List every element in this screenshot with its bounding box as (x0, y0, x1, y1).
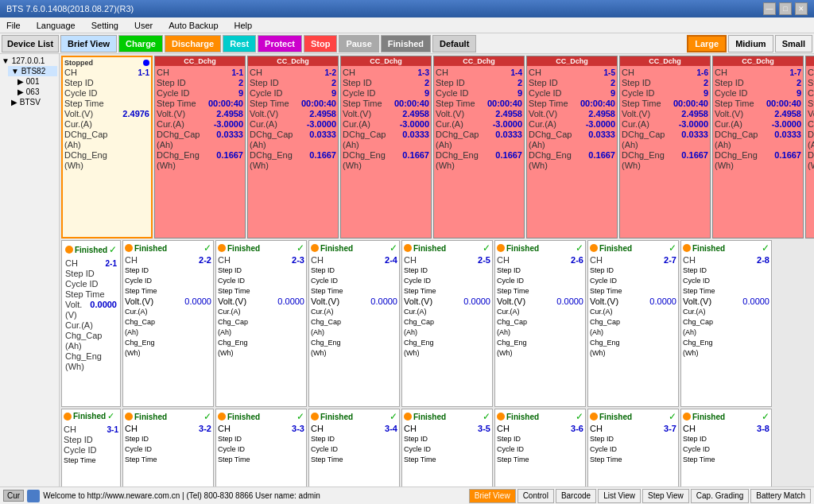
barcode-status-btn[interactable]: Barcode (556, 489, 596, 503)
list-view-status-btn[interactable]: List View (598, 489, 641, 503)
channel-card-2-5[interactable]: Finished ✓ CH 2-5 Step ID Cycle ID Step … (401, 240, 493, 407)
channel-card-1-5[interactable]: CC_Dchg CH1-4 Step ID2 Cycle ID9 Step Ti… (433, 56, 525, 238)
channel-row-3: Finished ✓ CH3-1 Step ID Cycle ID Step T… (61, 409, 812, 487)
channel-card-row3-3-4[interactable]: Finished ✓ CH 3-4 Step ID Cycle ID Step … (308, 409, 400, 487)
menu-help[interactable]: Help (231, 19, 256, 32)
minimize-button[interactable]: — (763, 2, 776, 15)
channel-card-row3-3-8[interactable]: Finished ✓ CH 3-8 Step ID Cycle ID Step … (680, 409, 772, 487)
cc-dchg-label: CC_Dchg (806, 56, 814, 66)
stopped-label: Stopped (64, 59, 93, 67)
orange-dot-icon (497, 244, 505, 252)
battery-match-status-btn[interactable]: Battery Match (750, 489, 811, 503)
menu-setting[interactable]: Setting (88, 19, 122, 32)
charge-button[interactable]: Charge (118, 35, 163, 52)
sidebar-ip: ▼ 127.0.0.1 (2, 56, 57, 66)
channel-row-2: Finished ✓ CH2-1 Step ID Cycle ID Step T… (61, 240, 812, 407)
channel-card-2-4[interactable]: Finished ✓ CH 2-4 Step ID Cycle ID Step … (308, 240, 400, 407)
discharge-button[interactable]: Discharge (165, 35, 221, 52)
orange-circle-icon2 (64, 413, 72, 421)
cc-dchg-label: CC_Dchg (620, 56, 710, 66)
channel-card-row3-3-2[interactable]: Finished ✓ CH 3-2 Step ID Cycle ID Step … (122, 409, 214, 487)
channel-card-row3-3-3[interactable]: Finished ✓ CH 3-3 Step ID Cycle ID Step … (215, 409, 307, 487)
status-icon[interactable] (27, 490, 40, 502)
channel-card-row3-3-7[interactable]: Finished ✓ CH 3-7 Step ID Cycle ID Step … (587, 409, 679, 487)
large-button[interactable]: Large (687, 35, 727, 52)
main-content: ▼ 127.0.0.1 ▼ BTS82 ▶ 001 ▶ 063 ▶ BTSV S… (0, 54, 814, 487)
small-button[interactable]: Small (775, 35, 812, 52)
channel-card-2-6[interactable]: Finished ✓ CH 2-6 Step ID Cycle ID Step … (494, 240, 586, 407)
window-controls[interactable]: — □ ✕ (763, 2, 808, 15)
finished-text: Finished (75, 246, 107, 254)
channel-card-1-8[interactable]: CC_Dchg CH1-7 Step ID2 Cycle ID9 Step Ti… (712, 56, 804, 238)
rest-button[interactable]: Rest (223, 35, 256, 52)
channel-card-1-3[interactable]: CC_Dchg CH1-2 Step ID2 Cycle ID9 Step Ti… (247, 56, 339, 238)
default-button[interactable]: Default (432, 35, 476, 52)
midium-button[interactable]: Midium (728, 35, 773, 52)
channel-card-2-3[interactable]: Finished ✓ CH 2-3 Step ID Cycle ID Step … (215, 240, 307, 407)
cc-dchg-label: CC_Dchg (341, 56, 431, 66)
sidebar-item-001[interactable]: ▶ 001 (14, 76, 57, 87)
channel-card-1-4[interactable]: CC_Dchg CH1-3 Step ID2 Cycle ID9 Step Ti… (340, 56, 432, 238)
cc-dchg-label: CC_Dchg (155, 56, 245, 66)
menu-autobackup[interactable]: Auto Backup (165, 19, 221, 32)
channel-card-2-7[interactable]: Finished ✓ CH 2-7 Step ID Cycle ID Step … (587, 240, 679, 407)
channel-card-row3-3-6[interactable]: Finished ✓ CH 3-6 Step ID Cycle ID Step … (494, 409, 586, 487)
sidebar-item-bts82[interactable]: ▼ BTS82 (8, 66, 57, 76)
orange-dot-icon (125, 244, 133, 252)
status-right: Brief View Control Barcode List View Ste… (469, 489, 811, 503)
stop-button[interactable]: Stop (304, 35, 337, 52)
blue-dot-icon (143, 60, 149, 66)
title-bar: BTS 7.6.0.1408(2018.08.27)(R3) — □ ✕ (0, 0, 814, 17)
cur-badge: Cur (3, 490, 24, 502)
checkmark-icon: ✓ (109, 244, 117, 255)
control-status-btn[interactable]: Control (517, 489, 554, 503)
step-view-status-btn[interactable]: Step View (642, 489, 689, 503)
pause-button[interactable]: Pause (339, 35, 378, 52)
channel-card-2-2[interactable]: Finished ✓ CH 2-2 Step ID Cycle ID Step … (122, 240, 214, 407)
channel-card-1-7[interactable]: CC_Dchg CH1-6 Step ID2 Cycle ID9 Step Ti… (619, 56, 711, 238)
channel-card-row3-3-5[interactable]: Finished ✓ CH 3-5 Step ID Cycle ID Step … (401, 409, 493, 487)
brief-view-status-btn[interactable]: Brief View (469, 489, 516, 503)
status-bar: Cur Welcome to http://www.neware.com.cn … (0, 487, 814, 504)
menu-user[interactable]: User (131, 19, 156, 32)
channel-card-1-1-stopped[interactable]: Stopped CH 1-1 Step ID Cycle ID Step Tim… (61, 56, 153, 238)
orange-dot-icon (404, 244, 412, 252)
status-message: Welcome to http://www.neware.com.cn | (T… (43, 491, 320, 500)
maximize-button[interactable]: □ (779, 2, 792, 15)
channel-card-2-8[interactable]: Finished ✓ CH 2-8 Step ID Cycle ID Step … (680, 240, 772, 407)
sidebar: ▼ 127.0.0.1 ▼ BTS82 ▶ 001 ▶ 063 ▶ BTSV (0, 54, 60, 487)
device-list-label: Device List (2, 35, 59, 52)
row3-label-card: Finished ✓ CH3-1 Step ID Cycle ID Step T… (61, 409, 121, 487)
row2-label-card: Finished ✓ CH2-1 Step ID Cycle ID Step T… (61, 240, 121, 407)
channel-card-1-6[interactable]: CC_Dchg CH1-5 Step ID2 Cycle ID9 Step Ti… (526, 56, 618, 238)
cc-dchg-label: CC_Dchg (434, 56, 524, 66)
brief-view-button[interactable]: Brief View (60, 35, 117, 52)
finished-button[interactable]: Finished (381, 35, 431, 52)
cc-dchg-label: CC_Dchg (527, 56, 617, 66)
ch-label: CH (64, 68, 77, 78)
protect-button[interactable]: Protect (258, 35, 302, 52)
menu-language[interactable]: Language (33, 19, 79, 32)
orange-dot-icon (590, 244, 598, 252)
menu-file[interactable]: File (3, 19, 24, 32)
channel-card-1-2[interactable]: CC_Dchg CH1-1 Step ID2 Cycle ID9 Step Ti… (154, 56, 246, 238)
status-left: Cur Welcome to http://www.neware.com.cn … (3, 490, 463, 502)
menu-bar: File Language Setting User Auto Backup H… (0, 17, 814, 33)
channel-grid: Stopped CH 1-1 Step ID Cycle ID Step Tim… (60, 54, 814, 487)
orange-dot-icon (683, 244, 691, 252)
ch-value: 1-1 (138, 68, 149, 78)
finished-label-area: Finished ✓ (65, 244, 117, 255)
app-title: BTS 7.6.0.1408(2018.08.27)(R3) (6, 4, 134, 14)
sidebar-item-btsv[interactable]: ▶ BTSV (8, 97, 57, 107)
channel-card-1-9[interactable]: CC_Dchg CH1-8 Step ID2 Cycle ID9 Step Ti… (805, 56, 814, 238)
cap-grading-status-btn[interactable]: Cap. Grading (691, 489, 749, 503)
orange-dot-icon (311, 244, 319, 252)
orange-dot-icon (218, 244, 226, 252)
toolbar: Device List Brief View Charge Discharge … (0, 33, 814, 54)
cc-dchg-label: CC_Dchg (713, 56, 803, 66)
cc-dchg-label: CC_Dchg (248, 56, 338, 66)
sidebar-item-063[interactable]: ▶ 063 (14, 87, 57, 97)
close-button[interactable]: ✕ (795, 2, 808, 15)
orange-circle-icon (65, 246, 73, 254)
channel-row-1: Stopped CH 1-1 Step ID Cycle ID Step Tim… (61, 56, 812, 238)
